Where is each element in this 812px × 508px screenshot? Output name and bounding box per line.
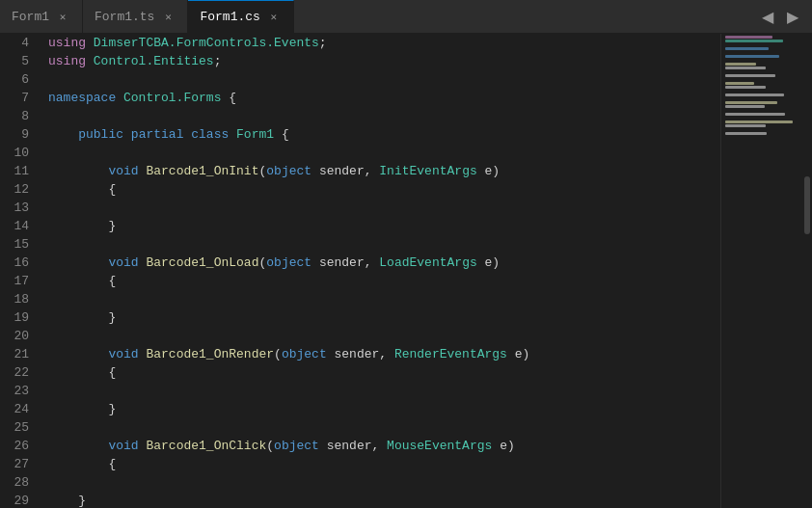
code-line-8: [48, 107, 713, 125]
token: [48, 162, 108, 180]
token: e): [507, 345, 529, 363]
minimap-line: [725, 101, 777, 104]
line-number-11: 11: [8, 162, 29, 180]
token: Barcode1_OnRender: [146, 345, 274, 363]
editor-container: 4567891011121314151617181920212223242526…: [0, 34, 812, 508]
minimap-line: [725, 47, 769, 50]
code-line-18: [48, 290, 713, 308]
token: }: [48, 492, 86, 508]
line-number-29: 29: [8, 492, 29, 508]
code-line-13: [48, 199, 713, 217]
tab-form1ts-close[interactable]: ✕: [160, 9, 176, 24]
token: sender,: [327, 345, 394, 363]
tab-form1ts[interactable]: Form1.ts ✕: [83, 0, 188, 33]
token: (: [258, 254, 266, 272]
minimap-line: [725, 132, 767, 135]
token: Barcode1_OnClick: [146, 437, 266, 455]
token: namespace: [48, 89, 123, 107]
code-area[interactable]: using DimserTCBA.FormControls.Events;usi…: [41, 34, 720, 508]
code-line-5: using Control.Entities;: [48, 52, 713, 70]
code-line-9: public partial class Form1 {: [48, 125, 713, 144]
token: using: [48, 34, 94, 52]
token: (: [258, 162, 266, 180]
line-number-24: 24: [8, 400, 29, 418]
token: {: [221, 89, 236, 107]
line-number-21: 21: [8, 345, 29, 363]
line-number-6: 6: [8, 70, 29, 89]
tab-form1-close[interactable]: ✕: [55, 9, 70, 24]
tab-nav-forward[interactable]: ▶: [781, 5, 804, 28]
minimap-line: [725, 67, 766, 69]
token: }: [48, 400, 116, 418]
code-line-20: [48, 327, 713, 345]
token: void: [108, 345, 146, 363]
token: ;: [319, 34, 327, 52]
line-number-17: 17: [8, 272, 29, 290]
minimap-line: [725, 124, 766, 127]
token: [48, 254, 108, 272]
minimap-line: [725, 113, 785, 116]
line-number-22: 22: [8, 363, 29, 382]
code-line-15: [48, 235, 713, 254]
line-number-10: 10: [8, 144, 29, 162]
token: Control.Forms: [123, 89, 221, 107]
token: MouseEventArgs: [387, 437, 492, 455]
token: partial: [131, 125, 191, 144]
token: e): [492, 437, 514, 455]
line-number-14: 14: [8, 217, 29, 235]
token: LoadEventArgs: [379, 254, 476, 272]
code-line-4: using DimserTCBA.FormControls.Events;: [48, 34, 713, 52]
line-number-18: 18: [8, 290, 29, 308]
code-line-26: void Barcode1_OnClick(object sender, Mou…: [48, 437, 713, 455]
token: Control.Entities: [94, 52, 214, 70]
token: }: [48, 217, 116, 235]
code-line-25: [48, 418, 713, 437]
line-number-7: 7: [8, 89, 29, 107]
line-number-27: 27: [8, 455, 29, 473]
minimap-line: [725, 40, 783, 42]
code-line-22: {: [48, 363, 713, 382]
line-number-19: 19: [8, 308, 29, 327]
code-line-21: void Barcode1_OnRender(object sender, Re…: [48, 345, 713, 363]
code-line-7: namespace Control.Forms {: [48, 89, 713, 107]
line-number-8: 8: [8, 107, 29, 125]
line-number-28: 28: [8, 473, 29, 492]
code-line-10: [48, 144, 713, 162]
code-line-11: void Barcode1_OnInit(object sender, Init…: [48, 162, 713, 180]
code-line-16: void Barcode1_OnLoad(object sender, Load…: [48, 254, 713, 272]
token: {: [48, 180, 116, 199]
token: e): [477, 162, 500, 180]
minimap-line: [725, 120, 793, 123]
token: public: [78, 125, 131, 144]
token: object: [282, 345, 327, 363]
line-number-9: 9: [8, 125, 29, 144]
token: object: [266, 254, 311, 272]
code-line-17: {: [48, 272, 713, 290]
tab-form1cs[interactable]: Form1.cs ✕: [188, 0, 293, 33]
token: object: [274, 437, 319, 455]
minimap: [720, 34, 802, 508]
code-line-19: }: [48, 308, 713, 327]
token: class: [191, 125, 236, 144]
line-number-25: 25: [8, 418, 29, 437]
token: [48, 437, 108, 455]
token: DimserTCBA.FormControls.Events: [94, 34, 319, 52]
line-number-12: 12: [8, 180, 29, 199]
token: {: [48, 272, 116, 290]
scrollbar-thumb[interactable]: [804, 176, 810, 234]
tab-form1[interactable]: Form1 ✕: [0, 0, 83, 33]
token: InitEventArgs: [379, 162, 476, 180]
token: }: [48, 308, 116, 327]
token: [48, 345, 108, 363]
token: RenderEventArgs: [394, 345, 507, 363]
token: (: [266, 437, 274, 455]
line-number-16: 16: [8, 254, 29, 272]
tab-bar: Form1 ✕ Form1.ts ✕ Form1.cs ✕ ◀ ▶: [0, 0, 812, 34]
tab-form1cs-close[interactable]: ✕: [266, 10, 282, 25]
line-number-26: 26: [8, 437, 29, 455]
minimap-line: [725, 74, 775, 77]
tab-nav-back[interactable]: ◀: [756, 5, 779, 28]
token: (: [274, 345, 282, 363]
scrollbar[interactable]: [802, 34, 812, 508]
tab-navigation: ◀ ▶: [756, 5, 812, 28]
